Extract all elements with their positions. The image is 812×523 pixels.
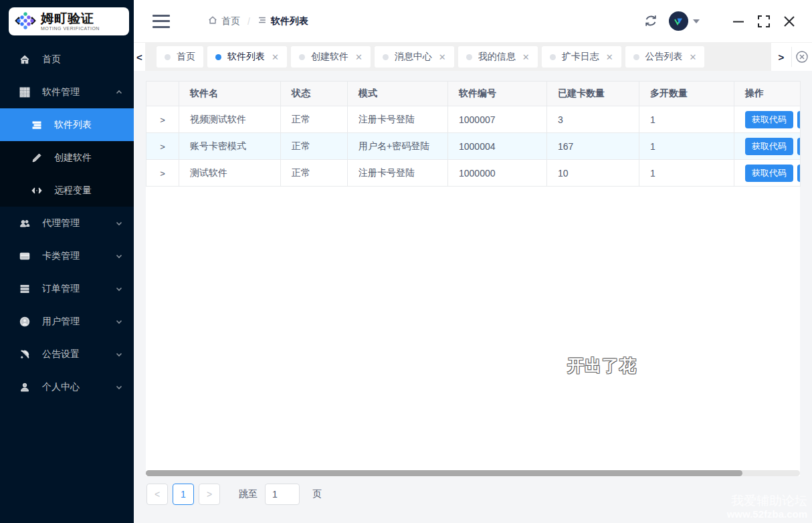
sidebar-item-agent-mgmt[interactable]: 代理管理 (0, 207, 134, 239)
expand-column-header (146, 82, 179, 106)
chevron-down-icon (115, 318, 123, 326)
tab-dot-icon (383, 54, 389, 60)
tab-card-log[interactable]: 扩卡日志 ✕ (542, 46, 621, 68)
prev-page-button[interactable]: < (146, 484, 168, 505)
chevron-up-icon (115, 88, 123, 96)
orders-icon (19, 283, 30, 294)
fullscreen-button[interactable] (756, 13, 772, 29)
main-area: 首页 / 软件列表 (134, 0, 812, 523)
tab-home[interactable]: 首页 (157, 46, 203, 68)
sidebar-item-label: 软件列表 (54, 119, 123, 131)
logo-diamond-icon (14, 9, 37, 34)
cell-software-name: 视频测试软件 (179, 106, 281, 133)
tab-strip: 首页 软件列表 ✕ 创建软件 ✕ 消息中心 ✕ 我的信息 ✕ (145, 43, 771, 71)
grid-icon (19, 86, 30, 98)
close-button[interactable] (781, 13, 797, 29)
sidebar-item-personal-center[interactable]: 个人中心 (0, 371, 134, 403)
chevron-down-icon (115, 350, 123, 358)
get-code-button[interactable]: 获取代码 (745, 165, 793, 182)
tab-label: 扩卡日志 (562, 51, 599, 63)
page-number-button[interactable]: 1 (173, 484, 194, 505)
cell-mode: 注册卡号登陆 (348, 160, 448, 187)
tab-software-list[interactable]: 软件列表 ✕ (207, 46, 287, 68)
chevron-down-icon (115, 252, 123, 260)
corner-watermark-line1: 我爱辅助论坛 (727, 493, 807, 509)
jump-page-input[interactable] (265, 484, 300, 505)
cell-cards: 3 (547, 106, 639, 133)
row-expand-icon[interactable]: > (160, 169, 165, 179)
window-controls (730, 13, 797, 29)
logo: 姆町验证 MOTING VERIFICATION (9, 7, 129, 35)
content-area: 软件名 状态 模式 软件编号 已建卡数量 多开数量 操作 > 视频测试软件 正常 (134, 71, 812, 523)
tabs-scroll-right-button[interactable]: > (771, 43, 791, 71)
tab-close-icon[interactable]: ✕ (272, 52, 279, 62)
table-row: > 视频测试软件 正常 注册卡号登陆 1000007 3 1 获取代码 (146, 106, 801, 133)
tab-announcement-list[interactable]: 公告列表 ✕ (625, 46, 705, 68)
tab-dot-icon (550, 54, 556, 60)
user-avatar[interactable] (669, 11, 688, 31)
sidebar-item-order-mgmt[interactable]: 订单管理 (0, 272, 134, 305)
tab-close-icon[interactable]: ✕ (439, 52, 446, 62)
logo-title: 姆町验证 (41, 12, 100, 25)
tab-message-center[interactable]: 消息中心 ✕ (375, 46, 454, 68)
cell-mode: 注册卡号登陆 (348, 106, 448, 133)
get-code-button[interactable]: 获取代码 (745, 138, 793, 155)
sidebar: 姆町验证 MOTING VERIFICATION 首页 软件管理 软件列表 (0, 0, 134, 523)
sidebar-item-software-mgmt[interactable]: 软件管理 (0, 76, 134, 108)
cell-code: 1000004 (448, 133, 547, 160)
tab-close-icon[interactable]: ✕ (355, 52, 363, 62)
table-row: > 账号卡密模式 正常 用户名+密码登陆 1000004 167 1 获取代码 (146, 133, 801, 160)
tab-my-info[interactable]: 我的信息 ✕ (458, 46, 538, 68)
sidebar-item-create-software[interactable]: 创建软件 (0, 141, 134, 174)
tabs-scroll-left-button[interactable]: < (134, 43, 145, 71)
tab-dot-icon (165, 54, 171, 60)
page-unit-label: 页 (312, 488, 322, 500)
row-expand-icon[interactable]: > (160, 142, 165, 152)
sidebar-item-label: 个人中心 (42, 381, 115, 393)
horizontal-scrollbar-thumb[interactable] (146, 470, 742, 476)
refresh-icon[interactable] (643, 13, 659, 29)
rss-icon (19, 348, 30, 360)
table-row: > 测试软件 正常 注册卡号登陆 1000000 10 1 获取代码 (146, 160, 801, 187)
tab-close-icon[interactable]: ✕ (606, 52, 613, 62)
tab-close-icon[interactable]: ✕ (522, 52, 530, 62)
sidebar-item-home[interactable]: 首页 (0, 43, 134, 76)
sidebar-item-label: 订单管理 (42, 283, 115, 295)
cell-cards: 10 (547, 160, 639, 187)
clipped-action-button[interactable] (797, 165, 801, 182)
hamburger-menu-icon[interactable] (153, 15, 170, 28)
sidebar-item-label: 卡类管理 (42, 250, 115, 262)
clipped-action-button[interactable] (797, 138, 801, 155)
tab-dot-icon (215, 54, 221, 60)
sidebar-item-card-mgmt[interactable]: 卡类管理 (0, 239, 134, 272)
tab-label: 首页 (177, 51, 195, 63)
sidebar-item-label: 软件管理 (42, 86, 115, 98)
next-page-button[interactable]: > (199, 484, 220, 505)
sidebar-item-label: 公告设置 (42, 348, 115, 360)
tab-dot-icon (466, 54, 472, 60)
clipped-action-button[interactable] (797, 111, 801, 128)
table-header-row: 软件名 状态 模式 软件编号 已建卡数量 多开数量 操作 (146, 82, 801, 106)
minimize-button[interactable] (730, 13, 746, 29)
corner-watermark: 我爱辅助论坛 www.52fzba.com (727, 493, 807, 522)
breadcrumb-home[interactable]: 首页 (208, 15, 240, 27)
home-icon (19, 54, 30, 65)
sidebar-item-label: 代理管理 (42, 217, 115, 229)
column-header: 软件名 (179, 82, 281, 106)
horizontal-scrollbar-track[interactable] (146, 470, 800, 476)
pencil-icon (31, 152, 42, 163)
code-icon (31, 185, 42, 196)
close-all-tabs-icon[interactable] (792, 43, 812, 71)
sidebar-item-announcement[interactable]: 公告设置 (0, 338, 134, 371)
avatar-dropdown-caret-icon[interactable] (693, 19, 700, 23)
get-code-button[interactable]: 获取代码 (745, 111, 793, 128)
cell-multi: 1 (639, 106, 734, 133)
sidebar-item-user-mgmt[interactable]: 用户管理 (0, 305, 134, 338)
sidebar-item-remote-vars[interactable]: 远程变量 (0, 174, 134, 207)
tab-close-icon[interactable]: ✕ (690, 52, 697, 62)
tab-create-software[interactable]: 创建软件 ✕ (291, 46, 371, 68)
sidebar-item-label: 用户管理 (42, 316, 115, 328)
cell-software-name: 账号卡密模式 (179, 133, 281, 160)
sidebar-item-software-list[interactable]: 软件列表 (0, 108, 134, 141)
row-expand-icon[interactable]: > (160, 115, 165, 125)
